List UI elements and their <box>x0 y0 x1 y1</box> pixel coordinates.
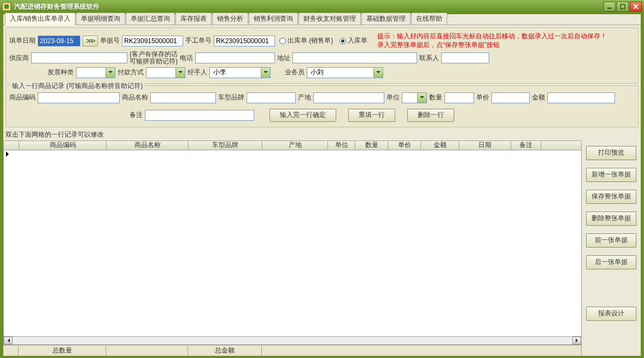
invoice-type-combo[interactable] <box>76 67 115 78</box>
item-remark-input[interactable] <box>145 110 254 121</box>
supplier-label: 供应商 <box>9 54 29 63</box>
out-radio[interactable] <box>279 38 286 44</box>
tab-4[interactable]: 销售分析 <box>212 13 248 25</box>
window-title: 汽配进销存财务管理系统软件 <box>14 2 602 11</box>
item-qty-label: 数量 <box>429 93 442 102</box>
total-qty-label: 总数量 <box>19 345 106 356</box>
grid-header: 商品编码商品名称车型品牌产地单位数量单价金额日期备注 <box>3 140 582 150</box>
item-price-label: 单价 <box>476 93 489 102</box>
item-code-input[interactable] <box>38 92 120 103</box>
sales-label: 业务员 <box>285 68 305 77</box>
phone-label: 电话 <box>180 54 193 63</box>
grid-col-header[interactable]: 数量 <box>355 141 388 150</box>
item-unit-combo[interactable] <box>402 92 427 103</box>
tab-6[interactable]: 财务收支对账管理 <box>298 13 361 25</box>
manual-no-input[interactable] <box>214 36 275 46</box>
item-amount-input[interactable] <box>547 92 615 103</box>
item-remark-label: 备注 <box>130 110 143 120</box>
scroll-track[interactable] <box>13 337 572 344</box>
side-button-2[interactable]: 保存整张单据 <box>586 190 636 204</box>
chevron-down-icon[interactable] <box>175 68 185 78</box>
item-origin-input[interactable] <box>313 92 384 103</box>
tab-bar: 入库/销售出库单录入单据明细查询单据汇总查询库存报表销售分析销售利润查询财务收支… <box>3 14 641 25</box>
in-radio[interactable] <box>339 38 346 44</box>
grid-body[interactable] <box>3 150 582 336</box>
app-icon <box>2 2 11 11</box>
date-next-button[interactable]: >>> <box>83 36 98 46</box>
header-form-group: 填单日期 >>> 单据号 手工单号 出库单 (销售单) 入库单 <box>5 27 639 84</box>
grid-col-header[interactable]: 商品编码 <box>19 141 107 150</box>
title-bar: 汽配进销存财务管理系统软件 <box>0 0 644 13</box>
item-code-label: 商品编码 <box>9 93 36 102</box>
item-origin-label: 产地 <box>298 93 311 102</box>
grid-col-header[interactable]: 备注 <box>511 141 541 150</box>
tab-7[interactable]: 基础数据管理 <box>361 13 411 25</box>
side-button-panel: 打印预览新增一张单据保存整张单据删除整张单据前一张单据后一张单据报表设计 <box>582 140 641 356</box>
phone-input[interactable] <box>195 52 275 63</box>
svg-rect-1 <box>620 4 625 9</box>
handler-label: 经手人 <box>188 68 207 77</box>
grid-col-header[interactable]: 单价 <box>388 141 421 150</box>
tab-0[interactable]: 入库/销售出库单录入 <box>5 13 75 25</box>
order-no-input[interactable] <box>122 36 183 46</box>
pay-method-combo[interactable] <box>146 67 185 78</box>
manual-no-label: 手工单号 <box>185 36 212 45</box>
scroll-right-button[interactable] <box>572 337 581 344</box>
delete-line-button[interactable]: 删除一行 <box>407 109 454 122</box>
handler-combo[interactable]: 小李 <box>209 67 271 78</box>
contact-label: 联系人 <box>419 54 439 63</box>
grid-col-header[interactable]: 商品名称 <box>107 141 189 150</box>
maximize-button[interactable] <box>617 2 629 11</box>
horizontal-scrollbar[interactable] <box>3 336 582 345</box>
addr-input[interactable] <box>292 52 417 63</box>
date-label: 填单日期 <box>9 36 36 45</box>
tab-3[interactable]: 库存报表 <box>175 13 212 25</box>
side-button-6[interactable]: 报表设计 <box>586 307 636 321</box>
grid-col-header[interactable]: 金额 <box>421 141 459 150</box>
contact-input[interactable] <box>441 52 489 63</box>
date-input[interactable] <box>38 36 80 46</box>
row-indicator-icon <box>6 151 11 157</box>
item-name-input[interactable] <box>150 92 216 103</box>
item-model-label: 车型品牌 <box>218 93 244 102</box>
item-entry-group: 输入一行商品记录 (可输商品名称拼音助记符) 商品编码 商品名称 车型品牌 产地… <box>5 85 639 127</box>
item-amount-label: 金额 <box>532 93 545 102</box>
invoice-type-label: 发票种类 <box>48 68 74 77</box>
item-price-input[interactable] <box>491 92 530 103</box>
tab-8[interactable]: 在线帮助 <box>411 13 447 25</box>
tab-1[interactable]: 单据明细查询 <box>76 13 125 25</box>
grid-col-header[interactable]: 单位 <box>328 141 355 150</box>
chevron-down-icon[interactable] <box>417 93 426 103</box>
item-qty-input[interactable] <box>444 92 474 103</box>
out-radio-group[interactable]: 出库单 (销售单) <box>279 36 333 45</box>
total-amt-label: 总金额 <box>188 345 262 356</box>
refill-line-button[interactable]: 重填一行 <box>348 109 395 122</box>
in-radio-group[interactable]: 入库单 <box>339 36 367 45</box>
item-model-input[interactable] <box>247 92 296 103</box>
close-button[interactable] <box>630 2 642 11</box>
side-button-1[interactable]: 新增一张单据 <box>586 168 636 182</box>
supplier-input[interactable] <box>31 52 127 63</box>
supplier-hint: (客户有保存的话可输拼音助记符) <box>130 51 178 65</box>
grid-col-header[interactable]: 车型品牌 <box>189 141 262 150</box>
side-button-3[interactable]: 删除整张单据 <box>586 212 636 226</box>
chevron-down-icon[interactable] <box>373 68 383 78</box>
order-no-label: 单据号 <box>100 36 120 45</box>
hint-line1: 提示：输入好内容后直接回车光标自动往后移动，数据录入过一次后自动保存！ <box>377 32 607 41</box>
chevron-down-icon[interactable] <box>106 68 115 78</box>
minimize-button[interactable] <box>604 2 616 11</box>
chevron-down-icon[interactable] <box>261 68 270 78</box>
tab-5[interactable]: 销售利润查询 <box>249 13 298 25</box>
side-button-4[interactable]: 前一张单据 <box>586 233 636 248</box>
side-button-5[interactable]: 后一张单据 <box>586 255 636 269</box>
confirm-line-button[interactable]: 输入完一行确定 <box>270 109 336 122</box>
scroll-left-button[interactable] <box>4 337 13 344</box>
tab-2[interactable]: 单据汇总查询 <box>126 13 175 25</box>
item-name-label: 商品名称 <box>122 93 148 102</box>
addr-label: 地址 <box>277 54 290 63</box>
sales-combo[interactable]: 小刘 <box>307 67 383 78</box>
grid-col-header[interactable]: 产地 <box>262 141 328 150</box>
grid-col-header[interactable]: 日期 <box>459 141 511 150</box>
side-button-0[interactable]: 打印预览 <box>586 146 636 160</box>
item-unit-label: 单位 <box>387 93 400 102</box>
